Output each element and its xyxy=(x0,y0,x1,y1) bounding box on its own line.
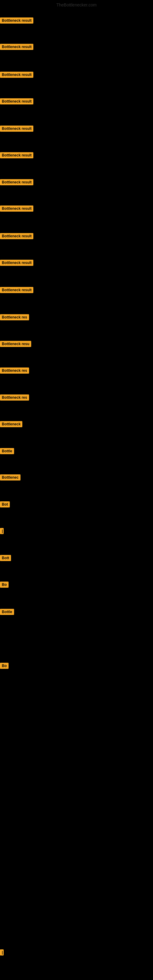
bottleneck-badge[interactable]: Bottleneck result xyxy=(0,72,33,78)
bottleneck-badge[interactable]: Bottleneck result xyxy=(0,98,33,105)
bottleneck-badge[interactable]: Bottleneck result xyxy=(0,260,33,266)
bottleneck-badge[interactable]: Bottleneck result xyxy=(0,287,33,293)
bottleneck-result-row: Bot xyxy=(0,501,10,509)
bottleneck-result-row: Bottleneck result xyxy=(0,44,33,51)
bottleneck-result-row: Bottleneck result xyxy=(0,260,33,267)
bottleneck-badge[interactable]: Bo xyxy=(0,663,9,669)
bottleneck-badge[interactable]: | xyxy=(0,950,4,956)
bottleneck-result-row: Bottleneck res xyxy=(0,395,29,402)
bottleneck-badge[interactable]: Bottleneck result xyxy=(0,179,33,185)
bottleneck-result-row: Bottleneck result xyxy=(0,126,33,133)
bottleneck-result-row: Bottleneck result xyxy=(0,233,33,240)
bottleneck-badge[interactable]: Bottle xyxy=(0,609,14,615)
bottleneck-result-row: Bottleneck res xyxy=(0,314,29,321)
bottleneck-result-row: Bo xyxy=(0,582,9,589)
bottleneck-badge[interactable]: Bottleneck result xyxy=(0,126,33,132)
bottleneck-result-row: Bott xyxy=(0,555,11,562)
bottleneck-badge[interactable]: Bot xyxy=(0,501,10,508)
bottleneck-result-row: Bottleneck result xyxy=(0,287,33,294)
bottleneck-badge[interactable]: Bott xyxy=(0,555,11,561)
bottleneck-result-row: Bottleneck result xyxy=(0,98,33,106)
bottleneck-badge[interactable]: Bottleneck xyxy=(0,421,22,427)
bottleneck-badge[interactable]: Bottleneck result xyxy=(0,152,33,158)
bottleneck-badge[interactable]: Bottleneck resu xyxy=(0,341,31,347)
bottleneck-result-row: Bottleneck res xyxy=(0,368,29,375)
bottleneck-result-row: Bottlenec xyxy=(0,474,21,482)
bottleneck-result-row: | xyxy=(0,528,4,535)
bottleneck-result-row: Bottle xyxy=(0,448,14,455)
bottleneck-badge[interactable]: Bottlenec xyxy=(0,474,21,480)
bottleneck-badge[interactable]: Bottleneck result xyxy=(0,205,33,212)
bottleneck-badge[interactable]: Bo xyxy=(0,582,9,588)
bottleneck-badge[interactable]: Bottleneck result xyxy=(0,44,33,50)
bottleneck-badge[interactable]: Bottleneck result xyxy=(0,233,33,239)
bottleneck-result-row: Bottleneck xyxy=(0,421,22,428)
bottleneck-result-row: | xyxy=(0,950,4,957)
bottleneck-result-row: Bottleneck result xyxy=(0,179,33,186)
bottleneck-result-row: Bottleneck result xyxy=(0,72,33,79)
bottleneck-result-row: Bottle xyxy=(0,609,14,616)
bottleneck-result-row: Bottleneck resu xyxy=(0,341,31,348)
bottleneck-result-row: Bo xyxy=(0,663,9,670)
bottleneck-result-row: Bottleneck result xyxy=(0,152,33,159)
bottleneck-badge[interactable]: Bottleneck result xyxy=(0,18,33,24)
site-title: TheBottlenecker.com xyxy=(0,0,153,10)
bottleneck-badge[interactable]: | xyxy=(0,528,4,534)
bottleneck-result-row: Bottleneck result xyxy=(0,205,33,213)
bottleneck-badge[interactable]: Bottleneck res xyxy=(0,314,29,320)
bottleneck-badge[interactable]: Bottle xyxy=(0,448,14,454)
bottleneck-badge[interactable]: Bottleneck res xyxy=(0,395,29,401)
bottleneck-badge[interactable]: Bottleneck res xyxy=(0,368,29,374)
bottleneck-result-row: Bottleneck result xyxy=(0,18,33,25)
